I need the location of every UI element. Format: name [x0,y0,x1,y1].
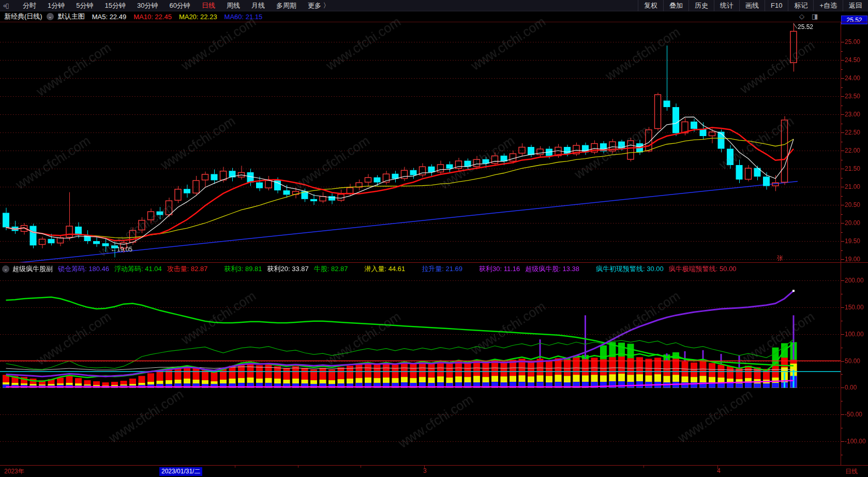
period-tab[interactable]: 多周期 [276,1,296,10]
price-axis-label: 23.00 [845,111,860,118]
ma-label: MA20: 22.23 [179,13,217,21]
indicator-value-label: 牛股: 82.87 [314,265,348,273]
period-tabs: 分时1分钟5分钟15分钟30分钟60分钟日线周线月线多周期更多 〉 [23,1,330,10]
period-tab[interactable]: 1分钟 [48,1,65,10]
price-axis-label: 22.50 [845,129,860,137]
favorite-diamond-icon[interactable]: ◇ [799,12,804,20]
date-axis-tick [424,466,425,469]
period-tab[interactable]: 周线 [227,1,240,10]
ma-label: MA5: 22.49 [92,13,127,21]
toolbar-button[interactable]: 统计 [714,0,739,11]
price-axis-divider [841,22,841,477]
indicator-value-label: 潜入量: 44.61 [365,265,406,273]
indicator-value-label: 疯牛极端预警线: 50.00 [669,265,737,273]
candlestick-canvas[interactable] [0,22,868,263]
chevron-down-icon[interactable]: ⌄ [2,265,9,273]
period-tab[interactable]: 分时 [23,1,36,10]
indicator-axis-label: 50.00 [845,357,860,365]
indicator-panel: ⌄ 超级疯牛股副 锁仓筹码: 180.46浮动筹码: 41.04攻击量: 82.… [0,262,868,465]
chart-title: 新经典(日线) [4,12,42,21]
date-axis-tick [643,466,644,468]
indicator-value-label: 疯牛初现预警线: 30.00 [596,265,664,273]
ma-label: MA60: 21.15 [225,13,263,21]
price-axis-label: 19.50 [845,237,860,245]
toolbar-actions: 复权叠加历史统计画线F10标记+自选返回 [638,0,868,11]
indicator-value-label: 获利3: 89.81 [225,265,262,273]
date-axis-tick [717,466,718,469]
price-axis-label: 21.50 [845,165,860,173]
ma-label: MA10: 22.45 [133,13,172,21]
toolbar-button[interactable]: F10 [765,0,788,11]
toolbar: «▯ 分时1分钟5分钟15分钟30分钟60分钟日线周线月线多周期更多 〉 复权叠… [0,0,868,11]
axis-highlight-date: 2023/01/31/二 [159,467,202,476]
price-axis-label: 21.00 [845,183,860,191]
chevron-down-icon[interactable]: ⌄ [47,13,54,20]
axis-month-label: 3 [423,467,427,474]
indicator-axis-label: 100.00 [845,331,864,338]
toolbar-button[interactable]: 叠加 [663,0,689,11]
info-bar: 新经典(日线) ⌄ 默认主图 MA5: 22.49MA10: 22.45MA20… [0,11,868,22]
period-tab[interactable]: 60分钟 [169,1,190,10]
low-price-annotation: ←19.05 [111,246,132,253]
indicator-axis-label: 200.00 [845,277,864,285]
date-axis-tick [361,466,361,468]
main-chart-panel: 25.0024.5024.0023.5023.0022.5022.0021.50… [0,22,868,262]
period-tab[interactable]: 5分钟 [76,1,93,10]
axis-year-label: 2023年 [4,467,24,476]
price-axis-label: 20.00 [845,219,860,227]
period-tab[interactable]: 30分钟 [137,1,158,10]
price-axis-label: 22.00 [845,147,860,155]
indicator-value-label: 拉升量: 21.69 [422,265,462,273]
indicator-value-label: 超级疯牛股: 13.38 [525,265,579,273]
period-tab[interactable]: 15分钟 [104,1,125,10]
window-toggle-icon[interactable]: «▯ [3,2,14,9]
period-tab[interactable]: 月线 [251,1,265,10]
indicator-value-label: 获利30: 11.16 [479,265,520,273]
indicator-axis-label: 150.00 [845,304,864,311]
pane-layout-icon[interactable]: ◨ [812,12,818,20]
price-axis-label: 24.50 [845,56,860,64]
price-axis-label: 24.00 [845,74,860,82]
axis-period-label: 日线 [845,467,858,476]
trading-app: «▯ 分时1分钟5分钟15分钟30分钟60分钟日线周线月线多周期更多 〉 复权叠… [0,0,868,477]
indicator-value-label: 获利20: 33.87 [267,265,309,273]
toolbar-button[interactable]: 历史 [689,0,714,11]
toolbar-button[interactable]: 标记 [788,0,813,11]
indicator-header: ⌄ 超级疯牛股副 锁仓筹码: 180.46浮动筹码: 41.04攻击量: 82.… [0,264,742,274]
price-axis-label: 20.50 [845,201,860,209]
rise-indicator-label: 张 [777,254,783,263]
indicator-canvas[interactable] [0,263,868,466]
period-tab[interactable]: 更多 〉 [308,1,330,10]
indicator-axis-label: -100.00 [845,438,866,445]
date-axis-tick [235,466,235,468]
indicator-value-label: 浮动筹码: 41.04 [114,265,162,273]
date-axis: 2023年 2023/01/31/二 3 4 日线 [0,465,868,477]
price-axis-label: 23.50 [845,93,860,100]
indicator-name: 超级疯牛股副 [12,264,53,274]
toolbar-button[interactable]: 画线 [739,0,765,11]
layout-label[interactable]: 默认主图 [58,12,85,21]
indicator-value-label: 攻击量: 82.87 [167,265,208,273]
date-axis-tick [298,466,298,468]
high-price-annotation: 25.52 [798,23,813,31]
toolbar-button[interactable]: 复权 [638,0,663,11]
indicator-value-label: 锁仓筹码: 180.46 [58,265,109,273]
indicator-axis-label: 0.00 [845,384,857,392]
toolbar-button[interactable]: +自选 [813,0,843,11]
period-tab[interactable]: 日线 [202,1,215,10]
toolbar-button[interactable]: 返回 [843,0,868,11]
indicator-axis-label: -50.00 [845,411,862,419]
price-axis-label: 25.00 [845,38,860,46]
